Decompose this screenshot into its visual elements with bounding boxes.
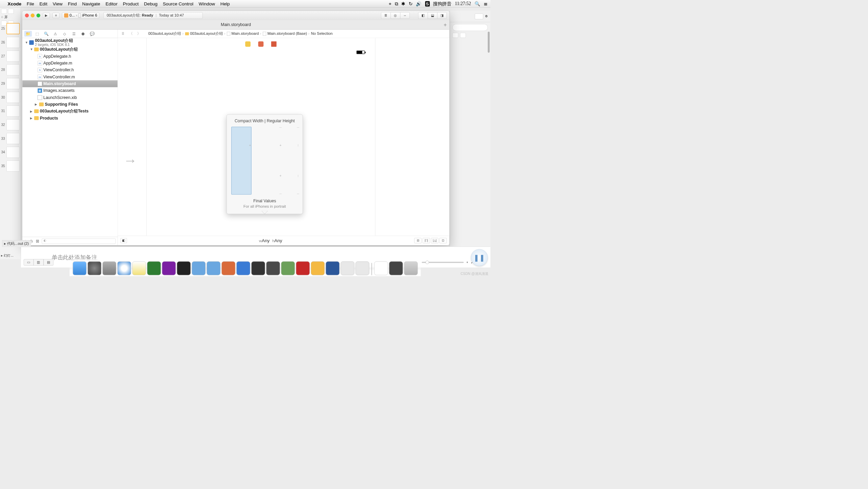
- dock-finder-icon[interactable]: [73, 261, 86, 275]
- dock-terminal-icon[interactable]: [177, 261, 191, 275]
- combo-icon[interactable]: [475, 14, 483, 19]
- dock-app-icon[interactable]: [281, 261, 295, 275]
- snowflake-icon[interactable]: ✱: [401, 1, 405, 6]
- dock-onenote-icon[interactable]: [162, 261, 176, 275]
- issue-navigator-icon[interactable]: ⚠: [52, 31, 59, 36]
- scroll-thumb[interactable]: [488, 32, 490, 53]
- menu-file[interactable]: File: [27, 1, 34, 6]
- project-row[interactable]: ▼ 003autoLayout介绍 2 targets, iOS SDK 8.1: [22, 39, 118, 46]
- align-tool-icon[interactable]: ⊟: [414, 238, 422, 243]
- notification-center-icon[interactable]: ≣: [484, 1, 487, 6]
- clock[interactable]: 11:27:52: [455, 1, 471, 6]
- file-row[interactable]: hAppDelegate.h: [22, 53, 118, 60]
- menu-view[interactable]: View: [53, 1, 62, 6]
- toggle-utilities-icon[interactable]: ◨: [437, 12, 446, 19]
- size-class-popover[interactable]: Compact Width | Regular Height + + +: [227, 114, 303, 214]
- dock-app-icon[interactable]: [356, 261, 369, 275]
- dock-safari-icon[interactable]: [117, 261, 131, 275]
- slide-thumb[interactable]: 26: [1, 37, 20, 48]
- group-row[interactable]: ▼ 003autoLayout介绍: [22, 46, 118, 53]
- small-search-field[interactable]: [453, 24, 488, 31]
- dock-app-icon[interactable]: [389, 261, 403, 275]
- dock-app-icon[interactable]: [266, 261, 280, 275]
- screen-record-icon[interactable]: ⧉: [395, 1, 398, 6]
- menu-product[interactable]: Product: [123, 1, 139, 6]
- group-row[interactable]: ▶Products: [22, 115, 118, 122]
- back-icon[interactable]: 〈: [128, 31, 134, 36]
- scm-filter-icon[interactable]: ⊠: [36, 239, 39, 244]
- spotlight-icon[interactable]: 🔍: [475, 1, 480, 6]
- slide-thumb[interactable]: 25: [1, 23, 20, 34]
- resolve-issues-icon[interactable]: |△|: [431, 238, 438, 243]
- initial-vc-arrow-icon[interactable]: →: [124, 152, 137, 168]
- menu-debug[interactable]: Debug: [144, 1, 157, 6]
- code-output-tab[interactable]: ▸ 代码...out (2): [2, 240, 31, 247]
- zoom-slider[interactable]: [422, 262, 463, 263]
- left-bottom-label[interactable]: ▸ 幻灯...: [0, 252, 21, 259]
- toggle-navigator-icon[interactable]: ◧: [418, 12, 428, 19]
- dock-settings-icon[interactable]: [87, 261, 101, 275]
- view-mode-2-icon[interactable]: ▥: [33, 259, 43, 265]
- group-row[interactable]: ▶003autoLayout介绍Tests: [22, 108, 118, 114]
- menu-editor[interactable]: Editor: [105, 1, 117, 6]
- find-navigator-icon[interactable]: 🔍: [43, 31, 50, 36]
- menu-help[interactable]: Help: [220, 1, 230, 6]
- selected-size-class[interactable]: [231, 127, 252, 195]
- toggle-debug-icon[interactable]: ⬓: [428, 12, 437, 19]
- slide-thumb[interactable]: 32: [1, 119, 20, 130]
- close-window-button[interactable]: [25, 14, 29, 17]
- dock-word-icon[interactable]: [326, 261, 339, 275]
- first-responder-icon[interactable]: [258, 42, 263, 47]
- group-row[interactable]: ▶Supporting Files: [22, 101, 118, 108]
- dock-filezilla-icon[interactable]: [296, 261, 310, 275]
- menu-find[interactable]: Find: [68, 1, 77, 6]
- file-row[interactable]: LaunchScreen.xib: [22, 94, 118, 101]
- panel-toggle-segmented[interactable]: ◧ ⬓ ◨: [418, 12, 447, 19]
- slide-thumb[interactable]: 33: [1, 133, 20, 144]
- test-navigator-icon[interactable]: ◇: [61, 31, 69, 36]
- file-row[interactable]: mAppDelegate.m: [22, 60, 118, 67]
- dock-excel-icon[interactable]: [147, 261, 161, 275]
- report-navigator-icon[interactable]: 💬: [88, 31, 96, 36]
- dock-app-icon[interactable]: [222, 261, 235, 275]
- breakpoint-navigator-icon[interactable]: ⬣: [79, 31, 87, 36]
- menu-window[interactable]: Window: [199, 1, 215, 6]
- project-navigator-icon[interactable]: 📁: [24, 31, 32, 36]
- slide-thumb[interactable]: 27: [1, 51, 20, 62]
- zoom-in-icon[interactable]: +: [466, 261, 468, 264]
- dock-app-icon[interactable]: [341, 261, 355, 275]
- version-editor-icon[interactable]: ↔: [400, 12, 410, 19]
- slide-thumb[interactable]: 34: [1, 147, 20, 158]
- dock-notes-icon[interactable]: [132, 261, 146, 275]
- slide-thumb[interactable]: 31: [1, 105, 20, 117]
- slide-thumb[interactable]: 28: [1, 64, 20, 75]
- debug-navigator-icon[interactable]: ☰: [70, 31, 78, 36]
- app-menu[interactable]: Xcode: [8, 1, 22, 6]
- view-mode-1-icon[interactable]: ▭: [24, 259, 33, 265]
- related-items-icon[interactable]: ⠿: [120, 31, 126, 36]
- jump-bar[interactable]: ⠿ 〈 〉 003autoLayout介绍› 003autoLayout介绍› …: [118, 30, 450, 38]
- forward-icon[interactable]: 〉: [136, 31, 142, 36]
- dock-app-icon[interactable]: [374, 261, 388, 275]
- symbol-navigator-icon[interactable]: ⬚: [33, 31, 41, 36]
- new-tab-button[interactable]: +: [443, 22, 446, 28]
- file-row[interactable]: hViewController.h: [22, 67, 118, 73]
- dock-app-icon[interactable]: [251, 261, 265, 275]
- resizing-tool-icon[interactable]: ⊡: [439, 238, 446, 243]
- dock-app-icon[interactable]: [192, 261, 206, 275]
- stop-button[interactable]: [52, 13, 59, 18]
- dock-app-icon[interactable]: [207, 261, 221, 275]
- dock-launchpad-icon[interactable]: [102, 261, 116, 275]
- assistant-editor-icon[interactable]: ◎: [391, 12, 400, 19]
- exit-icon[interactable]: [271, 42, 277, 47]
- menu-source-control[interactable]: Source Control: [163, 1, 193, 6]
- dock-app-icon[interactable]: [311, 261, 325, 275]
- file-row[interactable]: mViewController.m: [22, 74, 118, 80]
- pin-tool-icon[interactable]: |□|: [423, 238, 430, 243]
- dock-trash-icon[interactable]: [404, 261, 418, 275]
- file-row-selected[interactable]: Main.storyboard: [22, 80, 118, 87]
- home-icon[interactable]: ⌂: [1, 15, 3, 20]
- minimize-window-button[interactable]: [31, 14, 34, 17]
- menu-edit[interactable]: Edit: [40, 1, 47, 6]
- size-class-control[interactable]: wAny hAny: [127, 238, 414, 243]
